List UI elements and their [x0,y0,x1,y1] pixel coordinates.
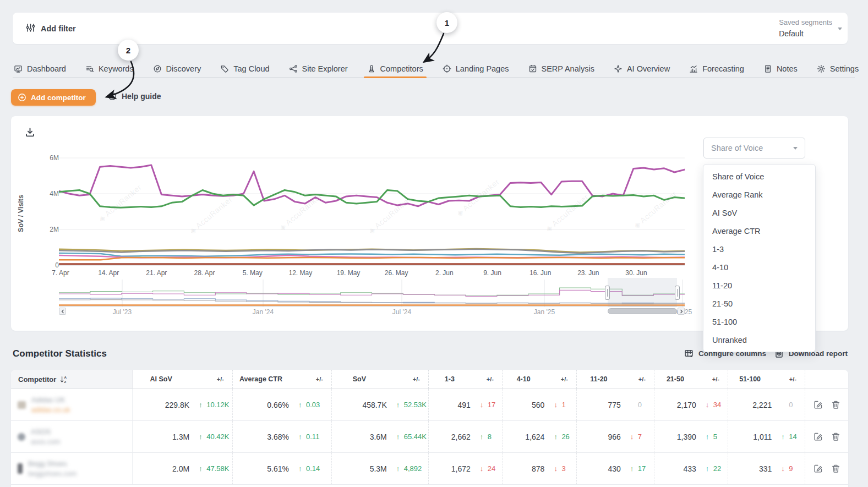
column-header-11-20[interactable]: 11-20 +/- [576,370,654,388]
edit-icon[interactable] [814,432,823,441]
x-tick: 12. May [289,269,313,277]
tab-forecasting[interactable]: Forecasting [688,57,745,77]
competitor-domain-blurred[interactable]: adidas.co.uk [31,406,70,414]
metric-cell: 1,624 ↑26 [502,421,576,452]
help-guide-link[interactable]: Help guide [108,92,161,101]
scrollbar-thumb[interactable] [608,308,677,314]
tab-ai-overview[interactable]: AI Overview [613,57,671,77]
change-down: ↓17 [471,401,502,409]
metric-cell: 2.0M ↑47.58K [132,453,232,484]
navigator-right-handle[interactable] [675,286,680,300]
change-up: ↑14 [772,433,805,441]
trash-icon[interactable] [831,400,840,409]
metric-cell: 1,390 ↑5 [654,421,728,452]
column-header-ai-sov[interactable]: AI SoV +/- [132,370,232,388]
metric-option-share-of-voice[interactable]: Share of Voice [703,167,815,185]
edit-icon[interactable] [814,400,823,409]
tab-label: SERP Analysis [542,64,594,73]
x-tick: 14. Apr [98,269,119,277]
competitor-favicon [18,433,25,441]
metric-cell: 331 ↓9 [728,453,805,484]
competitor-cell: ASOS asos.com [11,421,132,452]
column-header-51-100[interactable]: 51-100 +/- [728,370,805,388]
metric-option-21-50[interactable]: 21-50 [703,294,815,313]
metric-cell: 430 ↑17 [576,453,654,484]
change-up: ↑52.53K [387,401,428,409]
chart-download-icon[interactable] [25,127,35,140]
metric-option-average-ctr[interactable]: Average CTR [703,222,815,240]
competitor-table: Competitor AZ AI SoV +/- Average CTR +/-… [11,370,848,487]
scroll-left-button[interactable] [59,308,66,315]
tab-tag-cloud[interactable]: Tag Cloud [219,57,270,77]
column-header-4-10[interactable]: 4-10 +/- [502,370,576,388]
column-header-average-ctr[interactable]: Average CTR +/- [232,370,331,388]
edit-icon[interactable] [814,464,823,473]
trash-icon[interactable] [831,464,840,473]
sort-az-icon: AZ [60,375,68,384]
down-arrow-icon: ↓ [554,464,561,473]
tab-label: Keywords [99,64,134,73]
up-arrow-icon: ↑ [781,433,789,441]
down-arrow-icon: ↓ [480,401,488,409]
y-axis-title: SoV / Visits [17,183,25,244]
x-tick: 5. May [243,269,263,277]
add-competitor-button[interactable]: Add competitor [11,89,96,106]
scroll-right-button[interactable] [678,308,685,315]
add-filter-label: Add filter [41,24,76,33]
tab-discovery[interactable]: Discovery [152,57,203,77]
tab-landing-pages[interactable]: Landing Pages [441,57,510,77]
metric-cell: 3.68% ↑0.11 [232,421,331,452]
navigator-selected-range[interactable] [608,278,677,307]
x-tick: 21. Apr [146,269,167,277]
metric-option-4-10[interactable]: 4-10 [703,258,815,276]
serp-analysis-icon [528,64,537,73]
row-actions [805,453,848,484]
main-tabbar: Dashboard Keywords Discovery Tag Cloud S… [13,57,855,78]
sov-chart-card: SoV / Visits 6M 4M 2M 0 7. Apr14. Apr21.… [11,116,848,331]
metric-option-unranked[interactable]: Unranked [703,331,815,349]
metric-cell: 458.7K ↑52.53K [331,389,428,420]
column-header-21-50[interactable]: 21-50 +/- [654,370,728,388]
column-header-sov[interactable]: SoV +/- [331,370,428,388]
add-filter-button[interactable]: Add filter [13,13,89,44]
metric-option-1-3[interactable]: 1-3 [703,240,815,258]
saved-segments-select[interactable]: Saved segments Default [779,18,832,39]
change-up: ↑0.14 [289,464,331,473]
tab-dashboard[interactable]: Dashboard [13,57,67,77]
x-tick: 23. Jun [577,269,599,277]
y-tick-4m: 4M [26,190,59,198]
tab-notes[interactable]: Notes [762,57,799,77]
navigator-left-handle[interactable] [605,286,610,300]
metric-cell: 3.6M ↑65.44K [331,421,428,452]
competitor-domain-blurred[interactable]: beggshoes.com [28,470,77,478]
metric-cell: 2,662 ↑8 [428,421,502,452]
trash-icon[interactable] [831,432,840,441]
metric-option-ai-sov[interactable]: AI SoV [703,204,815,222]
column-header-1-3[interactable]: 1-3 +/- [428,370,502,388]
discovery-icon [153,64,162,73]
tab-label: Landing Pages [456,64,509,73]
column-header-actions [805,370,848,388]
down-arrow-icon: ↓ [781,464,789,473]
tab-settings[interactable]: Settings [816,57,860,77]
competitor-favicon [18,401,26,409]
competitor-domain-blurred[interactable]: asos.com [31,438,61,446]
change-zero: 0 [621,401,654,409]
metric-option-average-rank[interactable]: Average Rank [703,185,815,204]
metric-option-11-20[interactable]: 11-20 [703,276,815,294]
tab-site-explorer[interactable]: Site Explorer [288,57,349,77]
dashboard-icon [14,64,23,73]
tab-label: Forecasting [702,64,744,73]
row-actions [805,389,848,420]
up-arrow-icon: ↑ [199,433,206,441]
tab-competitors[interactable]: Competitors [366,57,424,77]
tab-serp-analysis[interactable]: SERP Analysis [527,57,596,77]
metric-option-51-100[interactable]: 51-100 [703,313,815,331]
tab-label: Discovery [166,64,201,73]
chevron-down-icon [793,147,798,150]
metric-cell: 433 ↑22 [654,453,728,484]
competitor-cell: Begg Shoes beggshoes.com [11,453,132,484]
column-header-competitor[interactable]: Competitor AZ [11,370,132,388]
metric-select[interactable]: Share of Voice [703,138,805,158]
navigator-tick: Jul '23 [113,308,132,316]
